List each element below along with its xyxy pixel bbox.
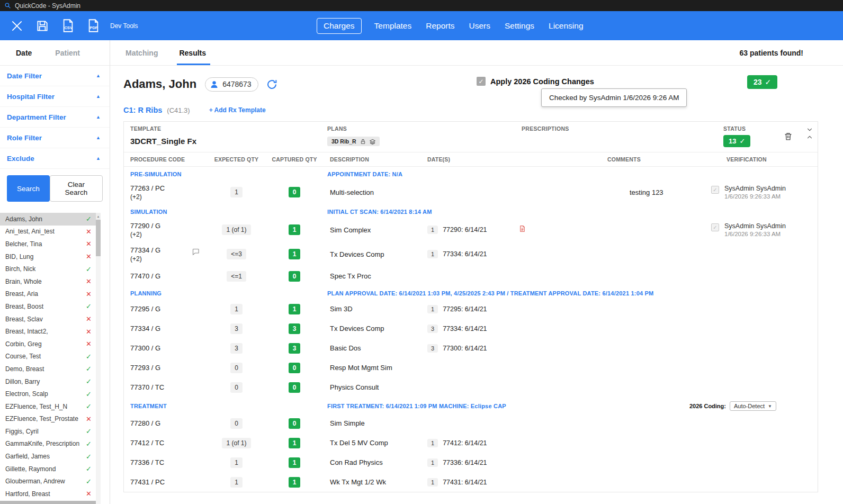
scrollbar-up-arrow[interactable]: ▲: [96, 213, 101, 220]
verification-checkbox[interactable]: ✓: [711, 223, 719, 231]
nav-charges[interactable]: Charges: [317, 18, 362, 34]
procedure-code-cell: 77334 / G(+2): [130, 246, 211, 263]
nav-settings[interactable]: Settings: [503, 18, 536, 34]
patient-list-item[interactable]: Belcher, Tina✕: [0, 238, 96, 250]
expected-qty: 3: [230, 343, 243, 354]
expected-qty: <=3: [227, 249, 246, 259]
charge-row[interactable]: 77293 / G00Resp Mot Mgmt Sim: [124, 358, 818, 377]
charge-row[interactable]: 77334 / G(+2)<=31Tx Devices Comp177334: …: [124, 242, 818, 266]
nav-licensing[interactable]: Licensing: [547, 18, 585, 34]
charge-row[interactable]: 77470 / G<=10Spec Tx Proc: [124, 266, 818, 286]
scrollbar-thumb[interactable]: [96, 220, 101, 256]
captured-qty-cell: 0: [262, 187, 327, 197]
sidebar-tab-patient[interactable]: Patient: [55, 49, 80, 57]
patient-list-item[interactable]: Breast, Aria✕: [0, 288, 96, 301]
patient-list-item[interactable]: Electron, Scalp✓: [0, 388, 96, 400]
add-rx-template-link[interactable]: + Add Rx Template: [209, 106, 266, 114]
patient-list-item[interactable]: Ani_test, Ani_test✕: [0, 226, 96, 238]
procedure-code-modifiers: (+2): [130, 231, 202, 238]
procedure-code-cell: 77263 / PC(+2): [130, 184, 211, 201]
patient-list-item[interactable]: Breast, Boost✓: [0, 300, 96, 313]
charge-row[interactable]: 77370 / TC00Physics Consult: [124, 377, 818, 397]
procedure-code: 77300 / G: [130, 344, 202, 352]
charge-row[interactable]: 77263 / PC(+2)10Multi-selectiontesting 1…: [124, 180, 818, 204]
charge-row[interactable]: 77295 / G11Sim 3D177295: 6/14/21: [124, 299, 818, 319]
procedure-code-cell: 77470 / G: [130, 272, 211, 280]
tab-results[interactable]: Results: [179, 40, 206, 65]
dates-cell: 177295: 6/14/21: [427, 305, 519, 313]
filter-department-filter[interactable]: Department Filter▲: [0, 107, 110, 128]
export-pdf-button[interactable]: PDF: [80, 15, 106, 37]
comment-icon[interactable]: [192, 248, 200, 256]
patient-list-item[interactable]: GammaKnife, Prescription✓: [0, 438, 96, 451]
patient-list-item[interactable]: EZFluence, Test_H_N✓: [0, 400, 96, 413]
verification-cell: ✓SysAdmin SysAdmin1/6/2026 9:26:33 AM: [710, 222, 818, 237]
patient-id-chip[interactable]: 6478673: [205, 77, 258, 92]
layers-icon: [370, 139, 375, 145]
expected-qty-cell: 3: [211, 323, 262, 334]
charge-row[interactable]: 77336 / TC11Con Rad Physics177336: 6/14/…: [124, 453, 818, 472]
apply-coding-checkbox[interactable]: ✓: [477, 77, 486, 86]
tab-matching[interactable]: Matching: [125, 40, 158, 65]
sidebar-tab-date[interactable]: Date: [16, 49, 32, 57]
course-label[interactable]: C1: R Ribs: [123, 106, 162, 114]
patient-list-item[interactable]: Glouberman, Andrew✓: [0, 475, 96, 488]
filter-hospital-filter[interactable]: Hospital Filter▲: [0, 86, 110, 107]
charge-row[interactable]: 77334 / G33Tx Devices Comp377334: 6/14/2…: [124, 319, 818, 338]
check-icon: ✓: [86, 453, 92, 461]
search-button[interactable]: Search: [7, 175, 50, 202]
filter-role-filter[interactable]: Role Filter▲: [0, 128, 110, 148]
patient-list-item[interactable]: Course, Test✓: [0, 350, 96, 363]
export-csv-button[interactable]: CSV: [55, 15, 80, 37]
coding-mode-group: 2026 Coding:Auto-Detect▼: [689, 401, 776, 411]
patient-list-item[interactable]: Adams, John✓: [0, 213, 96, 226]
patient-list-item[interactable]: Dillon, Barry✓: [0, 375, 96, 388]
patient-list-item[interactable]: BID, Lung✕: [0, 250, 96, 263]
nav-reports[interactable]: Reports: [424, 18, 456, 34]
nav-users[interactable]: Users: [468, 18, 492, 34]
prescription-icon[interactable]: [519, 224, 526, 233]
charge-row[interactable]: 77290 / G(+2)1 (of 1)1Sim Complex177290:…: [124, 218, 818, 242]
delete-icon[interactable]: [784, 132, 793, 141]
charge-row[interactable]: 77300 / G33Basic Dos377300: 6/14/21: [124, 338, 818, 358]
clear-search-button[interactable]: Clear Search: [50, 175, 103, 202]
patient-list-item[interactable]: EZFluence, Test_Prostate✕: [0, 413, 96, 426]
filter-exclude[interactable]: Exclude▲: [0, 148, 110, 169]
patient-list-item[interactable]: Breast, Intact2,✕: [0, 325, 96, 338]
patient-name-label: Breast, Sclav: [5, 316, 43, 323]
procedure-code-cell: 77412 / TC: [130, 439, 211, 447]
column-header: VERIFICATION: [710, 156, 818, 163]
plan-chip[interactable]: 3D Rib_R: [327, 137, 380, 146]
close-button[interactable]: [4, 15, 30, 37]
save-button[interactable]: [30, 15, 55, 37]
course-diagnosis-code: (C41.3): [167, 106, 190, 114]
patient-list-item[interactable]: Gillette, Raymond✓: [0, 463, 96, 475]
check-icon: ✓: [86, 440, 92, 448]
procedure-code: 77336 / TC: [130, 458, 202, 466]
captured-qty: 1: [289, 249, 301, 259]
refresh-icon[interactable]: [266, 79, 277, 90]
patient-list-item[interactable]: Figgis, Cyril✓: [0, 425, 96, 438]
patient-list-scrollbar[interactable]: ▲: [96, 213, 101, 504]
apply-coding-group: ✓ Apply 2026 Coding Changes: [477, 77, 594, 86]
patient-list-item[interactable]: Breast, Sclav✕: [0, 313, 96, 326]
patient-list-item-partial[interactable]: [0, 501, 96, 504]
patient-list-item[interactable]: Garfield, James✓: [0, 450, 96, 463]
filter-date-filter[interactable]: Date Filter▲: [0, 66, 110, 86]
nav-templates[interactable]: Templates: [373, 18, 414, 34]
charge-row[interactable]: 77280 / G00Sim Simple: [124, 413, 818, 433]
patient-list-item[interactable]: Corbin, Greg✕: [0, 338, 96, 350]
charge-description: Wk Tx Mgt 1/2 Wk: [327, 478, 427, 486]
charge-row[interactable]: 77412 / TC1 (of 1)1Tx Del 5 MV Comp17741…: [124, 433, 818, 453]
coding-mode-select[interactable]: Auto-Detect▼: [730, 401, 776, 411]
patient-list-item[interactable]: Brain, Whole✕: [0, 275, 96, 288]
procedure-code: 77370 / TC: [130, 383, 202, 391]
patient-list-item[interactable]: Demo, Breast✓: [0, 363, 96, 375]
charge-row[interactable]: 77431 / PC11Wk Tx Mgt 1/2 Wk177431: 6/14…: [124, 472, 818, 492]
chevron-up-icon[interactable]: [806, 134, 813, 141]
patient-list-item[interactable]: Hartford, Breast✕: [0, 488, 96, 500]
procedure-code: 77280 / G: [130, 419, 202, 427]
patient-list-item[interactable]: Birch, Nick✓: [0, 263, 96, 275]
chevron-down-icon[interactable]: [806, 126, 813, 133]
verification-checkbox[interactable]: ✓: [711, 186, 719, 194]
